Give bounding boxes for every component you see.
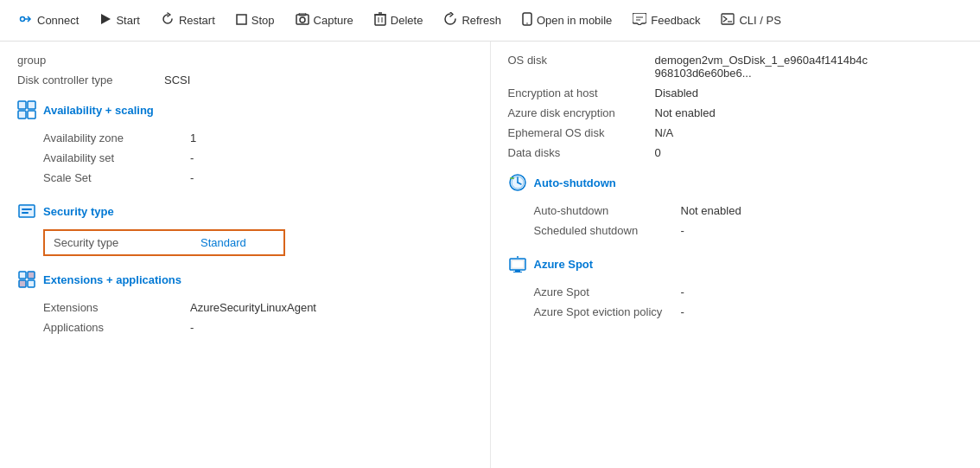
availability-icon (17, 100, 36, 119)
azure-spot-eviction-value: - (681, 305, 684, 318)
os-disk-label: OS disk (508, 54, 655, 67)
svg-rect-23 (22, 208, 32, 210)
group-row: group (17, 50, 473, 70)
availability-zone-row: Availability zone 1 (17, 128, 473, 148)
svg-marker-2 (101, 14, 111, 24)
svg-rect-7 (375, 15, 385, 25)
svg-rect-34 (512, 260, 524, 268)
toolbar: Connect Start Restart Stop (0, 0, 980, 42)
scale-set-value: - (190, 171, 194, 184)
security-type-value[interactable]: Standard (200, 236, 246, 249)
svg-rect-27 (19, 280, 26, 287)
azure-disk-encryption-value: Not enabled (655, 106, 716, 119)
auto-shutdown-section: Auto-shutdown Auto-shutdown Not enabled … (508, 173, 964, 240)
extensions-label: Extensions (43, 301, 190, 314)
svg-rect-18 (18, 101, 26, 109)
svg-point-13 (526, 22, 528, 24)
cli-ps-icon (721, 13, 735, 28)
capture-label: Capture (314, 14, 353, 27)
encryption-at-host-row: Encryption at host Disabled (508, 83, 964, 103)
restart-icon (161, 12, 175, 29)
azure-spot-eviction-label: Azure Spot eviction policy (534, 305, 681, 318)
start-label: Start (116, 14, 139, 27)
azure-spot-eviction-row: Azure Spot eviction policy - (508, 302, 964, 322)
open-in-mobile-icon (522, 12, 532, 29)
applications-row: Applications - (17, 317, 473, 337)
disk-controller-value: SCSI (164, 74, 190, 87)
data-disks-label: Data disks (508, 146, 655, 159)
ephemeral-os-disk-value: N/A (655, 126, 674, 139)
delete-label: Delete (391, 14, 423, 27)
encryption-at-host-value: Disabled (655, 87, 699, 99)
svg-rect-24 (22, 212, 29, 214)
svg-rect-19 (28, 101, 35, 109)
auto-shutdown-title: Auto-shutdown (534, 176, 616, 189)
main-content: group Disk controller type SCSI Availabi… (0, 42, 980, 468)
restart-label: Restart (179, 14, 215, 27)
availability-set-label: Availability set (43, 151, 190, 164)
stop-icon (236, 14, 247, 28)
security-title: Security type (43, 205, 114, 218)
svg-rect-36 (513, 272, 522, 272)
availability-title: Availability + scaling (43, 104, 154, 117)
data-disks-value: 0 (655, 146, 661, 159)
connect-label: Connect (37, 14, 79, 27)
auto-shutdown-row: Auto-shutdown Not enabled (508, 201, 964, 221)
azure-spot-value: - (681, 285, 684, 298)
svg-rect-20 (18, 111, 26, 119)
azure-spot-label: Azure Spot (534, 285, 681, 298)
availability-zone-label: Availability zone (43, 131, 190, 144)
delete-button[interactable]: Delete (366, 7, 432, 34)
disk-controller-row: Disk controller type SCSI (17, 70, 473, 90)
refresh-label: Refresh (461, 14, 501, 27)
svg-point-6 (300, 17, 305, 22)
availability-set-value: - (190, 151, 194, 164)
availability-zone-value: 1 (190, 131, 196, 144)
capture-icon (296, 13, 309, 28)
availability-section: Availability + scaling Availability zone… (17, 100, 473, 188)
os-disk-row: OS disk demogen2vm_OsDisk_1_e960a4f1414b… (508, 50, 964, 83)
feedback-label: Feedback (651, 14, 700, 27)
security-header: Security type (17, 202, 473, 221)
capture-button[interactable]: Capture (287, 8, 362, 33)
azure-spot-row: Azure Spot - (508, 282, 964, 302)
start-button[interactable]: Start (91, 8, 148, 33)
auto-shutdown-icon (508, 173, 527, 192)
auto-shutdown-value: Not enabled (681, 204, 741, 217)
feedback-icon (633, 13, 646, 28)
azure-disk-encryption-row: Azure disk encryption Not enabled (508, 103, 964, 123)
stop-label: Stop (251, 14, 275, 27)
open-in-mobile-button[interactable]: Open in mobile (513, 7, 620, 34)
extensions-header: Extensions + applications (17, 270, 473, 289)
svg-rect-21 (28, 111, 35, 119)
azure-disk-encryption-label: Azure disk encryption (508, 106, 655, 119)
azure-spot-icon (508, 254, 527, 273)
delete-icon (374, 12, 386, 29)
auto-shutdown-label: Auto-shutdown (534, 204, 681, 217)
svg-rect-3 (237, 15, 246, 24)
stop-button[interactable]: Stop (227, 9, 283, 33)
restart-button[interactable]: Restart (152, 7, 224, 34)
refresh-button[interactable]: Refresh (435, 7, 510, 34)
scale-set-label: Scale Set (43, 171, 190, 184)
svg-rect-35 (515, 270, 520, 272)
azure-spot-title: Azure Spot (534, 258, 594, 271)
start-icon (99, 13, 111, 28)
connect-button[interactable]: Connect (10, 7, 87, 34)
applications-value: - (190, 321, 194, 334)
encryption-at-host-label: Encryption at host (508, 87, 655, 99)
cli-ps-button[interactable]: CLI / PS (712, 8, 789, 33)
left-panel: group Disk controller type SCSI Availabi… (0, 42, 491, 468)
feedback-button[interactable]: Feedback (624, 8, 709, 33)
scheduled-shutdown-label: Scheduled shutdown (534, 224, 681, 237)
connect-icon (19, 12, 33, 29)
svg-rect-25 (19, 272, 26, 279)
azure-spot-section: Azure Spot Azure Spot - Azure Spot evict… (508, 254, 964, 322)
extensions-row: Extensions AzureSecurityLinuxAgent (17, 298, 473, 317)
security-type-label: Security type (54, 236, 200, 249)
extensions-section: Extensions + applications Extensions Azu… (17, 270, 473, 337)
open-in-mobile-label: Open in mobile (537, 14, 612, 27)
data-disks-row: Data disks 0 (508, 143, 964, 163)
disk-controller-label: Disk controller type (17, 74, 164, 87)
availability-header: Availability + scaling (17, 100, 473, 119)
